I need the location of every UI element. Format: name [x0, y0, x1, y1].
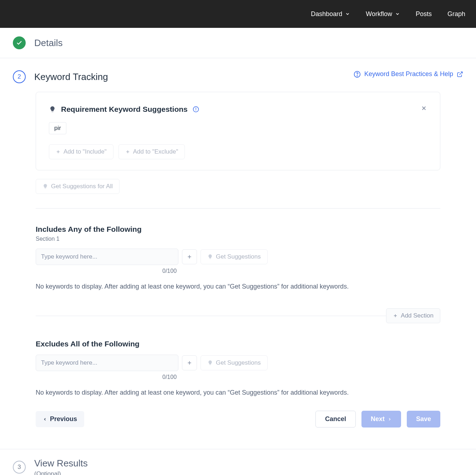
- keyword-tracking-panel: Requirement Keyword Suggestions pir Add …: [0, 92, 476, 449]
- add-section-button[interactable]: Add Section: [386, 308, 440, 323]
- footer-actions: Previous Cancel Next Save: [36, 411, 440, 438]
- help-link-label: Keyword Best Practices & Help: [364, 70, 453, 78]
- previous-label: Previous: [50, 415, 77, 423]
- excludes-get-suggestions-label: Get Suggestions: [216, 359, 261, 366]
- svg-point-7: [196, 108, 196, 108]
- nav-workflow[interactable]: Workflow: [366, 10, 400, 18]
- step-2-number: 2: [17, 73, 21, 80]
- add-section-label: Add Section: [401, 312, 434, 319]
- plus-icon: [125, 149, 130, 154]
- lightbulb-icon: [49, 106, 56, 113]
- add-to-exclude-label: Add to "Exclude": [133, 148, 178, 155]
- includes-counter: 0/100: [162, 268, 440, 274]
- lightbulb-icon: [42, 184, 48, 189]
- chevron-right-icon: [388, 417, 392, 421]
- excludes-input-row: Get Suggestions: [36, 355, 440, 371]
- divider: [36, 316, 386, 316]
- step-3-header[interactable]: 3 View Results (Optional): [0, 449, 476, 475]
- step-2-header: 2 Keyword Tracking Keyword Best Practice…: [0, 58, 476, 92]
- previous-button[interactable]: Previous: [36, 411, 84, 427]
- nav-dashboard[interactable]: Dashboard: [311, 10, 350, 18]
- info-circle-icon[interactable]: [193, 106, 199, 112]
- excludes-add-button[interactable]: [182, 355, 197, 370]
- cancel-label: Cancel: [325, 415, 346, 422]
- step-1-circle: [13, 36, 26, 49]
- excludes-get-suggestions-button[interactable]: Get Suggestions: [201, 355, 268, 370]
- svg-point-1: [357, 75, 357, 76]
- plus-icon: [187, 360, 192, 366]
- suggestions-card: Requirement Keyword Suggestions pir Add …: [36, 92, 440, 170]
- help-link[interactable]: Keyword Best Practices & Help: [354, 70, 463, 78]
- nav-dashboard-label: Dashboard: [311, 10, 342, 18]
- nav-workflow-label: Workflow: [366, 10, 392, 18]
- includes-title: Includes Any of the Following: [36, 225, 440, 234]
- excludes-empty-text: No keywords to display. After adding at …: [36, 389, 440, 396]
- add-to-include-button[interactable]: Add to "Include": [49, 144, 113, 159]
- get-all-row: Get Suggestions for All: [36, 179, 440, 194]
- excludes-title: Excludes All of the Following: [36, 340, 440, 348]
- includes-get-suggestions-button[interactable]: Get Suggestions: [201, 249, 268, 264]
- save-button[interactable]: Save: [407, 411, 440, 428]
- nav-posts-label: Posts: [416, 10, 432, 18]
- divider: [36, 208, 440, 209]
- suggestions-card-header: Requirement Keyword Suggestions: [49, 105, 427, 114]
- includes-section-label: Section 1: [36, 236, 440, 242]
- next-button[interactable]: Next: [361, 411, 401, 428]
- external-link-icon: [457, 71, 463, 78]
- includes-keyword-input[interactable]: [36, 249, 178, 265]
- plus-icon: [56, 149, 61, 154]
- add-to-exclude-button[interactable]: Add to "Exclude": [118, 144, 185, 159]
- step-3-title: View Results: [34, 458, 88, 469]
- excludes-counter: 0/100: [162, 374, 440, 380]
- add-to-include-label: Add to "Include": [64, 148, 107, 155]
- step-2-title: Keyword Tracking: [34, 71, 108, 82]
- next-label: Next: [371, 415, 385, 423]
- includes-empty-text: No keywords to display. After adding at …: [36, 283, 440, 290]
- svg-line-2: [460, 72, 462, 75]
- close-suggestions-button[interactable]: [421, 105, 427, 111]
- step-1-title: Details: [34, 38, 62, 49]
- plus-icon: [393, 313, 398, 318]
- excludes-keyword-input[interactable]: [36, 355, 178, 371]
- step-1-header[interactable]: Details: [0, 28, 476, 58]
- nav-graph-label: Graph: [447, 10, 465, 18]
- step-2-circle: 2: [13, 70, 26, 83]
- step-3-subtitle: (Optional): [34, 470, 88, 475]
- top-nav: Dashboard Workflow Posts Graph: [0, 0, 476, 28]
- chevron-down-icon: [395, 11, 400, 16]
- step-3-circle: 3: [13, 461, 26, 474]
- suggestion-chip-label: pir: [54, 125, 61, 131]
- nav-posts[interactable]: Posts: [416, 10, 432, 18]
- get-suggestions-all-label: Get Suggestions for All: [51, 183, 113, 190]
- suggestion-actions: Add to "Include" Add to "Exclude": [49, 144, 427, 159]
- get-suggestions-all-button[interactable]: Get Suggestions for All: [36, 179, 120, 194]
- chevron-down-icon: [345, 11, 350, 16]
- lightbulb-icon: [207, 254, 213, 260]
- suggestion-chip[interactable]: pir: [49, 122, 66, 134]
- cancel-button[interactable]: Cancel: [315, 411, 356, 428]
- save-label: Save: [416, 415, 431, 423]
- includes-add-button[interactable]: [182, 249, 197, 264]
- footer-right: Cancel Next Save: [315, 411, 440, 428]
- suggestions-card-title: Requirement Keyword Suggestions: [61, 105, 188, 114]
- lightbulb-icon: [207, 360, 213, 366]
- question-circle-icon: [354, 71, 361, 78]
- includes-get-suggestions-label: Get Suggestions: [216, 253, 261, 260]
- plus-icon: [187, 254, 192, 260]
- close-icon: [421, 105, 427, 111]
- check-icon: [16, 40, 22, 46]
- includes-input-row: Get Suggestions: [36, 249, 440, 265]
- chevron-left-icon: [43, 417, 47, 421]
- add-section-row: Add Section: [36, 308, 440, 323]
- nav-graph[interactable]: Graph: [447, 10, 465, 18]
- step-3-number: 3: [17, 464, 21, 471]
